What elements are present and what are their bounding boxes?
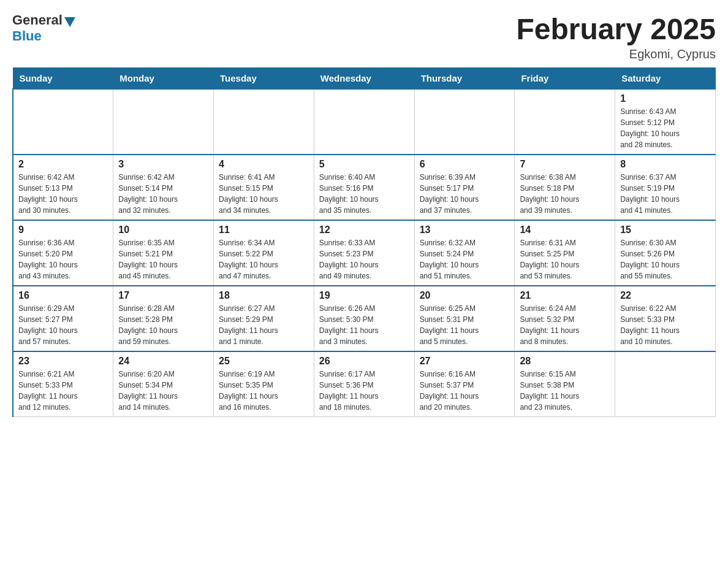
calendar-cell: 12Sunrise: 6:33 AM Sunset: 5:23 PM Dayli… <box>314 220 414 286</box>
day-number: 8 <box>620 159 710 170</box>
calendar-cell <box>214 89 314 155</box>
weekday-header-wednesday: Wednesday <box>314 68 414 90</box>
day-info: Sunrise: 6:20 AM Sunset: 5:34 PM Dayligh… <box>118 369 208 413</box>
day-info: Sunrise: 6:35 AM Sunset: 5:21 PM Dayligh… <box>118 237 208 282</box>
calendar-cell: 16Sunrise: 6:29 AM Sunset: 5:27 PM Dayli… <box>13 286 113 351</box>
weekday-header-monday: Monday <box>113 68 214 90</box>
logo-general-text: General <box>12 12 63 28</box>
day-info: Sunrise: 6:40 AM Sunset: 5:16 PM Dayligh… <box>319 172 409 216</box>
calendar-cell: 5Sunrise: 6:40 AM Sunset: 5:16 PM Daylig… <box>314 155 414 220</box>
day-info: Sunrise: 6:36 AM Sunset: 5:20 PM Dayligh… <box>18 237 108 282</box>
weekday-header-tuesday: Tuesday <box>214 68 314 90</box>
day-info: Sunrise: 6:17 AM Sunset: 5:36 PM Dayligh… <box>319 369 409 413</box>
day-info: Sunrise: 6:41 AM Sunset: 5:15 PM Dayligh… <box>219 172 309 216</box>
calendar-cell: 18Sunrise: 6:27 AM Sunset: 5:29 PM Dayli… <box>214 286 314 351</box>
day-number: 20 <box>420 290 510 301</box>
logo-arrow-icon <box>64 17 75 27</box>
day-number: 24 <box>118 356 208 367</box>
calendar-cell: 24Sunrise: 6:20 AM Sunset: 5:34 PM Dayli… <box>113 351 214 417</box>
calendar-cell: 17Sunrise: 6:28 AM Sunset: 5:28 PM Dayli… <box>113 286 214 351</box>
calendar-week-3: 9Sunrise: 6:36 AM Sunset: 5:20 PM Daylig… <box>13 220 716 286</box>
calendar-cell: 4Sunrise: 6:41 AM Sunset: 5:15 PM Daylig… <box>214 155 314 220</box>
calendar-cell: 10Sunrise: 6:35 AM Sunset: 5:21 PM Dayli… <box>113 220 214 286</box>
day-number: 12 <box>319 224 409 236</box>
day-info: Sunrise: 6:21 AM Sunset: 5:33 PM Dayligh… <box>18 369 108 413</box>
day-info: Sunrise: 6:31 AM Sunset: 5:25 PM Dayligh… <box>520 237 610 282</box>
calendar-week-1: 1Sunrise: 6:43 AM Sunset: 5:12 PM Daylig… <box>13 89 716 155</box>
day-number: 10 <box>118 224 208 236</box>
day-number: 23 <box>18 356 108 367</box>
day-info: Sunrise: 6:19 AM Sunset: 5:35 PM Dayligh… <box>219 369 309 413</box>
calendar-cell: 27Sunrise: 6:16 AM Sunset: 5:37 PM Dayli… <box>414 351 515 417</box>
calendar-cell: 6Sunrise: 6:39 AM Sunset: 5:17 PM Daylig… <box>414 155 515 220</box>
calendar-cell: 7Sunrise: 6:38 AM Sunset: 5:18 PM Daylig… <box>515 155 615 220</box>
day-number: 14 <box>520 224 610 236</box>
day-info: Sunrise: 6:16 AM Sunset: 5:37 PM Dayligh… <box>420 369 510 413</box>
calendar-cell: 15Sunrise: 6:30 AM Sunset: 5:26 PM Dayli… <box>615 220 716 286</box>
day-info: Sunrise: 6:30 AM Sunset: 5:26 PM Dayligh… <box>620 237 710 282</box>
calendar-cell: 20Sunrise: 6:25 AM Sunset: 5:31 PM Dayli… <box>414 286 515 351</box>
weekday-header-sunday: Sunday <box>13 68 113 90</box>
day-info: Sunrise: 6:26 AM Sunset: 5:30 PM Dayligh… <box>319 303 409 347</box>
calendar-cell: 8Sunrise: 6:37 AM Sunset: 5:19 PM Daylig… <box>615 155 716 220</box>
calendar-table: SundayMondayTuesdayWednesdayThursdayFrid… <box>12 67 716 417</box>
calendar-week-5: 23Sunrise: 6:21 AM Sunset: 5:33 PM Dayli… <box>13 351 716 417</box>
weekday-header-saturday: Saturday <box>615 68 716 90</box>
weekday-header-friday: Friday <box>515 68 615 90</box>
day-number: 1 <box>620 93 710 104</box>
day-number: 28 <box>520 356 610 367</box>
day-number: 2 <box>18 159 108 170</box>
day-info: Sunrise: 6:24 AM Sunset: 5:32 PM Dayligh… <box>520 303 610 347</box>
day-number: 3 <box>118 159 208 170</box>
calendar-cell: 21Sunrise: 6:24 AM Sunset: 5:32 PM Dayli… <box>515 286 615 351</box>
calendar-cell: 11Sunrise: 6:34 AM Sunset: 5:22 PM Dayli… <box>214 220 314 286</box>
calendar-cell: 28Sunrise: 6:15 AM Sunset: 5:38 PM Dayli… <box>515 351 615 417</box>
day-number: 6 <box>420 159 510 170</box>
day-info: Sunrise: 6:33 AM Sunset: 5:23 PM Dayligh… <box>319 237 409 282</box>
location-title: Egkomi, Cyprus <box>516 47 716 61</box>
day-info: Sunrise: 6:22 AM Sunset: 5:33 PM Dayligh… <box>620 303 710 347</box>
day-info: Sunrise: 6:38 AM Sunset: 5:18 PM Dayligh… <box>520 172 610 216</box>
day-number: 13 <box>420 224 510 236</box>
day-info: Sunrise: 6:37 AM Sunset: 5:19 PM Dayligh… <box>620 172 710 216</box>
weekday-header-thursday: Thursday <box>414 68 515 90</box>
day-number: 26 <box>319 356 409 367</box>
calendar-cell <box>414 89 515 155</box>
calendar-cell: 13Sunrise: 6:32 AM Sunset: 5:24 PM Dayli… <box>414 220 515 286</box>
page-header: General Blue February 2025 Egkomi, Cypru… <box>12 12 716 61</box>
logo-blue-text: Blue <box>12 28 42 44</box>
calendar-cell: 25Sunrise: 6:19 AM Sunset: 5:35 PM Dayli… <box>214 351 314 417</box>
month-title: February 2025 <box>516 12 716 46</box>
day-info: Sunrise: 6:39 AM Sunset: 5:17 PM Dayligh… <box>420 172 510 216</box>
day-info: Sunrise: 6:15 AM Sunset: 5:38 PM Dayligh… <box>520 369 610 413</box>
calendar-cell: 9Sunrise: 6:36 AM Sunset: 5:20 PM Daylig… <box>13 220 113 286</box>
day-number: 25 <box>219 356 309 367</box>
calendar-cell <box>515 89 615 155</box>
day-info: Sunrise: 6:29 AM Sunset: 5:27 PM Dayligh… <box>18 303 108 347</box>
day-info: Sunrise: 6:25 AM Sunset: 5:31 PM Dayligh… <box>420 303 510 347</box>
day-number: 22 <box>620 290 710 301</box>
day-number: 7 <box>520 159 610 170</box>
calendar-cell: 14Sunrise: 6:31 AM Sunset: 5:25 PM Dayli… <box>515 220 615 286</box>
day-info: Sunrise: 6:43 AM Sunset: 5:12 PM Dayligh… <box>620 106 710 150</box>
calendar-week-4: 16Sunrise: 6:29 AM Sunset: 5:27 PM Dayli… <box>13 286 716 351</box>
day-info: Sunrise: 6:42 AM Sunset: 5:13 PM Dayligh… <box>18 172 108 216</box>
day-number: 19 <box>319 290 409 301</box>
day-number: 18 <box>219 290 309 301</box>
day-number: 21 <box>520 290 610 301</box>
day-number: 16 <box>18 290 108 301</box>
day-number: 4 <box>219 159 309 170</box>
calendar-cell: 19Sunrise: 6:26 AM Sunset: 5:30 PM Dayli… <box>314 286 414 351</box>
day-number: 15 <box>620 224 710 236</box>
day-info: Sunrise: 6:28 AM Sunset: 5:28 PM Dayligh… <box>118 303 208 347</box>
day-info: Sunrise: 6:34 AM Sunset: 5:22 PM Dayligh… <box>219 237 309 282</box>
day-number: 9 <box>18 224 108 236</box>
calendar-cell: 22Sunrise: 6:22 AM Sunset: 5:33 PM Dayli… <box>615 286 716 351</box>
title-block: February 2025 Egkomi, Cyprus <box>516 12 716 61</box>
calendar-cell: 23Sunrise: 6:21 AM Sunset: 5:33 PM Dayli… <box>13 351 113 417</box>
day-number: 27 <box>420 356 510 367</box>
calendar-cell: 26Sunrise: 6:17 AM Sunset: 5:36 PM Dayli… <box>314 351 414 417</box>
day-number: 11 <box>219 224 309 236</box>
calendar-week-2: 2Sunrise: 6:42 AM Sunset: 5:13 PM Daylig… <box>13 155 716 220</box>
calendar-cell: 2Sunrise: 6:42 AM Sunset: 5:13 PM Daylig… <box>13 155 113 220</box>
